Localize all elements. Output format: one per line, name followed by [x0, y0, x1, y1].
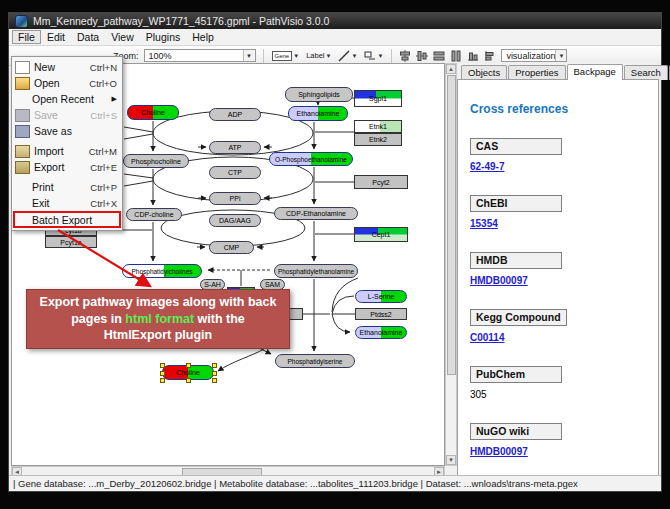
pathway-node-ethanolamine-bottom[interactable]: Ethanolamine [355, 326, 407, 339]
file-menu-item-new[interactable]: NewCtrl+N [13, 59, 121, 75]
align-left-icon[interactable] [484, 50, 496, 62]
scroll-down-icon[interactable]: ▼ [446, 455, 456, 465]
status-text: | Gene database: ...m_Derby_20120602.bri… [13, 478, 578, 489]
shape-tool-button[interactable]: ▼ [363, 49, 384, 63]
title-bar: Mm_Kennedy_pathway_WP1771_45176.gpml - P… [9, 13, 661, 29]
selection-handle[interactable] [212, 363, 217, 368]
node-label: ATP [228, 144, 241, 151]
chevron-down-icon[interactable]: ▼ [351, 53, 357, 59]
pathway-node-atp[interactable]: ATP [209, 141, 261, 154]
selection-handle[interactable] [160, 371, 165, 376]
file-menu-item-exit[interactable]: ExitCtrl+X [13, 195, 121, 211]
node-label: DAG/AAG [219, 217, 251, 224]
menu-data[interactable]: Data [71, 30, 105, 44]
file-menu-item-open[interactable]: OpenCtrl+O [13, 75, 121, 91]
app-icon [15, 15, 28, 28]
scroll-up-icon[interactable]: ▲ [446, 64, 456, 74]
pathway-node-choline-selected[interactable]: Choline [162, 365, 214, 380]
node-label: CDP-choline [134, 211, 173, 218]
selection-handle[interactable] [160, 378, 165, 383]
pathway-node-ppi[interactable]: PPi [209, 192, 261, 205]
tab-objects[interactable]: Objects [461, 65, 507, 80]
node-label: PPi [230, 195, 241, 202]
pathway-node-phosphatidylcholines[interactable]: Phosphatidylcholines [122, 264, 202, 278]
pathway-node-ctp[interactable]: CTP [209, 166, 261, 179]
pathway-node-cept1[interactable]: Cept1 [354, 227, 408, 242]
pathway-node-ethanolamine-top[interactable]: Ethanolamine [288, 106, 348, 121]
menu-plugins[interactable]: Plugins [140, 30, 186, 44]
pathway-node-choline-top[interactable]: Choline [127, 105, 179, 120]
xref-link[interactable]: 62-49-7 [470, 161, 504, 172]
canvas-vertical-scrollbar[interactable]: ▲ ▼ [445, 63, 457, 466]
file-menu-item-import[interactable]: ImportCtrl+M [13, 143, 121, 159]
common-width-icon[interactable] [450, 50, 462, 62]
menu-view[interactable]: View [105, 30, 140, 44]
pathway-node-sphingolipids[interactable]: Sphingolipids [285, 87, 353, 102]
pathway-node-pcyt2[interactable]: Pcyt2 [354, 175, 408, 189]
align-bottom-icon[interactable] [467, 50, 479, 62]
selection-handle[interactable] [186, 363, 191, 368]
datanode-tool-button[interactable]: Gene ▼ [271, 50, 301, 62]
label-tool-button[interactable]: Label ▼ [305, 50, 332, 61]
file-menu-item-open-recent[interactable]: Open Recent▶ [13, 91, 121, 107]
tab-search[interactable]: Search [624, 65, 668, 80]
pathway-node-cmp[interactable]: CMP [209, 241, 254, 254]
shape-tool-icon [364, 50, 376, 62]
pathway-node-l-serine[interactable]: L-Serine [355, 290, 407, 303]
node-label: Phosphocholine [131, 158, 181, 165]
pathway-node-sgpl1[interactable]: Sgpl1 [354, 90, 402, 107]
line-tool-button[interactable]: ▼ [337, 49, 358, 63]
status-bar: | Gene database: ...m_Derby_20120602.bri… [9, 475, 661, 491]
file-menu-item-save-as[interactable]: Save as [13, 123, 121, 139]
menu-edit[interactable]: Edit [41, 30, 71, 44]
file-menu-item-print[interactable]: PrintCtrl+P [13, 179, 121, 195]
align-horizontal-center-icon[interactable] [416, 50, 428, 62]
menu-help[interactable]: Help [186, 30, 220, 44]
zoom-combobox[interactable]: 100% ▼ [144, 49, 256, 62]
export-icon [15, 161, 30, 174]
selection-handle[interactable] [160, 363, 165, 368]
xref-link[interactable]: 15354 [470, 218, 498, 229]
file-menu-item-batch-export[interactable]: Batch Export [13, 211, 121, 228]
file-menu-item-export[interactable]: ExportCtrl+E [13, 159, 121, 175]
file-menu-item-save[interactable]: SaveCtrl+S [13, 107, 121, 123]
xref-link[interactable]: HMDB00097 [470, 275, 528, 286]
pathway-node-phosphatidylethanolamine[interactable]: Phosphatidylethanolamine [274, 264, 358, 278]
node-label: SAM [265, 281, 280, 288]
pathway-node-ptdss2[interactable]: Ptdss2 [355, 308, 407, 320]
toolbar-separator [391, 49, 392, 63]
tab-properties[interactable]: Properties [508, 65, 565, 80]
xref-section-chebi: ChEBI15354 [470, 193, 658, 229]
tab-backpage[interactable]: Backpage [567, 64, 623, 80]
app-window: Mm_Kennedy_pathway_WP1771_45176.gpml - P… [8, 12, 662, 492]
selection-handle[interactable] [186, 378, 191, 383]
vertical-scroll-thumb[interactable] [447, 75, 456, 375]
pathway-node-etnk2[interactable]: Etnk2 [354, 133, 402, 146]
chevron-down-icon[interactable]: ▼ [293, 53, 299, 59]
xref-link[interactable]: C00114 [470, 332, 504, 343]
pathway-node-adp[interactable]: ADP [209, 108, 261, 121]
pathway-node-dag-aag[interactable]: DAG/AAG [209, 214, 261, 227]
chevron-down-icon[interactable]: ▼ [377, 53, 383, 59]
chevron-down-icon[interactable]: ▼ [326, 53, 332, 59]
xref-link[interactable]: HMDB00097 [470, 446, 528, 457]
align-vertical-center-icon[interactable] [399, 50, 411, 62]
label-tool-text: Label [306, 51, 324, 60]
pathway-node-o-phosphoethanolamine[interactable]: O-Phosphoethanolamine [269, 152, 353, 166]
chevron-down-icon[interactable]: ▼ [555, 50, 566, 61]
node-label: O-Phosphoethanolamine [275, 156, 347, 163]
annotation-highlight: html format [125, 312, 194, 326]
selection-handle[interactable] [212, 378, 217, 383]
pathway-node-phosphocholine[interactable]: Phosphocholine [123, 154, 189, 168]
pathway-node-etnk1[interactable]: Etnk1 [354, 120, 402, 133]
common-height-icon[interactable] [433, 50, 445, 62]
menu-file[interactable]: File [12, 30, 41, 44]
selection-handle[interactable] [212, 371, 217, 376]
pathway-node-cdp-choline[interactable]: CDP-choline [126, 208, 182, 221]
node-label: Pcyt2 [372, 179, 390, 186]
visualization-combobox[interactable]: visualization ▼ [501, 49, 567, 62]
pathway-node-pcyt1a[interactable]: Pcyt1a [45, 236, 97, 248]
pathway-node-phosphatidylserine[interactable]: Phosphatidylserine [275, 354, 355, 368]
pathway-node-cdp-ethanolamine[interactable]: CDP-Ethanolamine [274, 207, 358, 220]
chevron-down-icon[interactable]: ▼ [243, 50, 255, 61]
